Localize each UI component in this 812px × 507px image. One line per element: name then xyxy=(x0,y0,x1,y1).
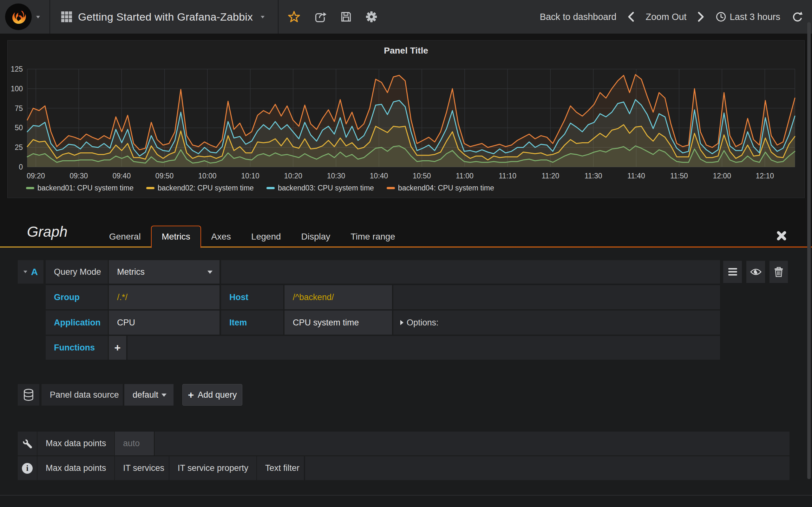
panel-datasource-label: Panel data source xyxy=(42,384,123,406)
query-delete-button[interactable] xyxy=(769,261,788,283)
svg-text:09:20: 09:20 xyxy=(27,172,45,180)
svg-text:125: 125 xyxy=(11,65,23,73)
options-row-filler xyxy=(305,456,790,480)
dashboard-grid-icon xyxy=(61,11,72,22)
query-mode-select[interactable]: Metrics xyxy=(109,260,219,284)
grafana-logo[interactable] xyxy=(5,3,32,30)
info-row-text-filter: Text filter xyxy=(257,456,304,480)
share-icon[interactable] xyxy=(313,10,327,23)
tab-legend[interactable]: Legend xyxy=(241,226,291,247)
tab-metrics[interactable]: Metrics xyxy=(151,226,201,248)
svg-text:25: 25 xyxy=(14,143,23,152)
legend-marker-icon xyxy=(26,187,34,189)
query-row-filler xyxy=(128,336,720,360)
dashboard-title[interactable]: Getting Started with Grafana-Zabbix xyxy=(78,0,253,34)
timeseries-chart[interactable]: 025507510012509:2009:3009:4009:5010:0010… xyxy=(8,60,805,180)
item-value-field[interactable]: CPU system time xyxy=(285,311,392,335)
time-shift-right-icon[interactable] xyxy=(697,11,705,22)
close-editor-icon[interactable] xyxy=(775,229,788,242)
time-shift-left-icon[interactable] xyxy=(627,11,635,22)
hamburger-menu-icon xyxy=(728,268,738,276)
legend-item[interactable]: backend04: CPU system time xyxy=(387,184,494,192)
query-ref-cell[interactable]: A xyxy=(18,260,44,284)
options-row-filler xyxy=(155,432,790,455)
legend-item[interactable]: backend01: CPU system time xyxy=(26,184,134,192)
options-disclosure-icon xyxy=(400,320,403,325)
panel-title[interactable]: Panel Title xyxy=(8,46,804,56)
query-mode-label: Query Mode xyxy=(46,260,108,284)
refresh-icon[interactable] xyxy=(791,11,803,23)
svg-text:11:10: 11:10 xyxy=(499,172,516,180)
add-function-button[interactable]: + xyxy=(109,336,126,360)
panel-editor-type-title: Graph xyxy=(27,223,67,240)
legend-label: backend03: CPU system time xyxy=(278,184,374,192)
query-options-toggle[interactable]: Options: xyxy=(393,311,720,335)
info-row-max-data-points: Max data points xyxy=(38,456,114,480)
eye-icon xyxy=(750,268,762,276)
wrench-icon xyxy=(22,439,32,449)
editor-tabs: GeneralMetricsAxesLegendDisplayTime rang… xyxy=(99,226,405,248)
tab-axes[interactable]: Axes xyxy=(201,226,241,247)
save-icon[interactable] xyxy=(339,10,353,23)
svg-text:11:00: 11:00 xyxy=(456,172,473,180)
settings-gear-icon[interactable] xyxy=(365,10,378,23)
svg-text:09:40: 09:40 xyxy=(113,172,131,180)
time-range-label: Last 3 hours xyxy=(729,12,780,22)
svg-text:10:10: 10:10 xyxy=(241,172,259,180)
database-icon xyxy=(23,389,34,401)
clock-icon xyxy=(716,11,726,22)
org-switcher-caret-icon[interactable] xyxy=(36,16,40,18)
svg-text:11:20: 11:20 xyxy=(542,172,559,180)
info-row-it-services: IT services xyxy=(115,456,169,480)
star-icon[interactable] xyxy=(287,10,301,23)
zoom-out-button[interactable]: Zoom Out xyxy=(646,12,687,22)
scrollbar-thumb[interactable] xyxy=(807,22,811,479)
select-caret-icon xyxy=(161,394,166,397)
svg-text:10:20: 10:20 xyxy=(284,172,302,180)
tab-time-range[interactable]: Time range xyxy=(340,226,405,247)
max-data-points-input[interactable]: auto xyxy=(115,432,154,455)
info-row-it-service-property: IT service property xyxy=(169,456,256,480)
svg-text:0: 0 xyxy=(19,163,23,171)
options-wrench-cell xyxy=(18,432,37,455)
legend-marker-icon xyxy=(146,187,154,189)
legend-item[interactable]: backend02: CPU system time xyxy=(146,184,254,192)
svg-text:10:50: 10:50 xyxy=(413,172,431,180)
application-label: Application xyxy=(46,311,108,335)
tab-display[interactable]: Display xyxy=(291,226,341,247)
query-toggle-visibility-button[interactable] xyxy=(746,261,765,283)
query-row-filler xyxy=(221,260,720,284)
chart-legend: backend01: CPU system timebackend02: CPU… xyxy=(26,184,494,192)
datasource-select[interactable]: default xyxy=(124,384,173,406)
back-to-dashboard-button[interactable]: Back to dashboard xyxy=(540,12,617,22)
svg-text:12:00: 12:00 xyxy=(713,172,731,180)
add-query-button[interactable]: + Add query xyxy=(183,384,242,406)
legend-item[interactable]: backend03: CPU system time xyxy=(266,184,374,192)
time-picker-button[interactable]: Last 3 hours xyxy=(716,11,780,22)
svg-text:09:30: 09:30 xyxy=(69,172,88,180)
svg-text:50: 50 xyxy=(14,124,23,132)
svg-text:11:50: 11:50 xyxy=(670,172,688,180)
select-caret-icon xyxy=(207,271,212,274)
group-value-field[interactable]: /.*/ xyxy=(109,285,219,309)
grafana-flame-icon xyxy=(9,7,28,26)
options-info-cell: i xyxy=(18,456,37,480)
legend-marker-icon xyxy=(387,187,395,189)
svg-text:12:10: 12:10 xyxy=(756,172,774,180)
datasource-icon-cell xyxy=(18,384,39,406)
tab-general[interactable]: General xyxy=(99,226,151,247)
svg-text:75: 75 xyxy=(14,104,23,112)
svg-text:11:30: 11:30 xyxy=(585,172,602,180)
query-row-filler xyxy=(393,285,720,309)
dashboard-title-caret-icon[interactable] xyxy=(261,16,264,18)
graph-panel: Panel Title 025507510012509:2009:3009:40… xyxy=(7,40,805,198)
svg-text:11:40: 11:40 xyxy=(627,172,645,180)
trash-icon xyxy=(774,267,783,277)
application-value-field[interactable]: CPU xyxy=(109,311,219,335)
query-menu-button[interactable] xyxy=(723,261,742,283)
svg-text:10:00: 10:00 xyxy=(198,172,217,180)
query-collapse-caret-icon[interactable] xyxy=(23,271,27,273)
plus-icon: + xyxy=(188,389,194,401)
legend-label: backend01: CPU system time xyxy=(38,184,134,192)
host-value-field[interactable]: /^backend/ xyxy=(285,285,392,309)
